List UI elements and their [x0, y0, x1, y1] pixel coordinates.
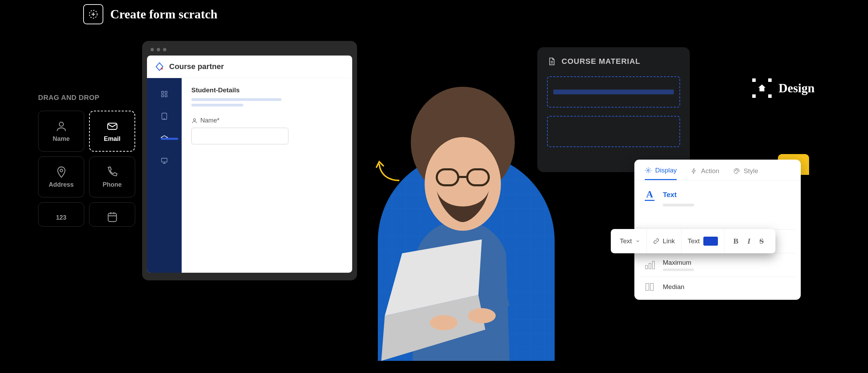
tab-style[interactable]: Style — [733, 167, 758, 180]
rail-present[interactable] — [147, 151, 182, 170]
name-input[interactable] — [191, 128, 288, 144]
svg-point-1 — [59, 122, 63, 126]
drag-item-date[interactable] — [89, 202, 135, 227]
stat-maximum[interactable]: Maximum — [640, 253, 795, 277]
text-toolbar: Text Link Text B I S — [611, 229, 775, 253]
drag-drop-title: DRAG AND DROP — [38, 94, 135, 102]
create-scratch-label: Create form scratch — [110, 7, 217, 22]
phone-icon — [106, 166, 119, 178]
design-label: Design — [779, 81, 815, 95]
svg-rect-27 — [649, 263, 651, 269]
text-type-icon: A — [645, 189, 654, 201]
create-scratch-icon[interactable] — [83, 4, 103, 24]
drag-item-phone[interactable]: Phone — [89, 156, 135, 197]
gear-icon — [645, 167, 652, 174]
link-button[interactable]: Link — [647, 229, 682, 253]
svg-point-17 — [430, 315, 458, 330]
side-rail — [147, 78, 182, 273]
svg-rect-30 — [650, 283, 653, 290]
svg-rect-7 — [165, 91, 167, 93]
form-title: Student-Details — [191, 86, 342, 94]
app-logo-icon — [155, 62, 164, 71]
window-dots — [150, 48, 352, 51]
svg-point-19 — [648, 170, 649, 171]
link-icon — [653, 238, 659, 244]
placeholder-line — [663, 204, 694, 206]
material-title: COURSE MATERIAL — [562, 57, 640, 66]
home-icon — [757, 83, 767, 93]
svg-point-18 — [468, 308, 496, 323]
svg-point-21 — [736, 169, 737, 170]
chevron-down-icon — [635, 239, 640, 244]
color-swatch[interactable] — [703, 237, 718, 246]
svg-rect-28 — [652, 261, 654, 269]
svg-point-3 — [60, 169, 63, 172]
svg-rect-29 — [646, 283, 649, 290]
svg-rect-11 — [162, 158, 167, 162]
italic-button[interactable]: I — [745, 237, 753, 246]
drag-item-email[interactable]: Email — [89, 111, 135, 152]
pin-icon — [55, 166, 68, 178]
bar-chart-icon — [645, 261, 655, 270]
drag-item-name[interactable]: Name — [38, 111, 84, 152]
svg-rect-8 — [162, 95, 164, 97]
placeholder-line — [191, 104, 243, 107]
mail-icon — [106, 120, 119, 133]
form-builder-window: Course partner Student-Details Name* — [142, 41, 357, 280]
svg-rect-4 — [108, 213, 116, 222]
svg-point-22 — [737, 170, 738, 171]
columns-icon — [645, 282, 655, 291]
svg-rect-6 — [162, 91, 164, 93]
calendar-icon — [106, 211, 119, 223]
svg-rect-9 — [165, 95, 167, 97]
svg-point-12 — [193, 119, 196, 121]
bold-button[interactable]: B — [731, 237, 741, 246]
rail-apps[interactable] — [147, 84, 182, 104]
builder-header: Course partner — [147, 56, 352, 78]
strike-button[interactable]: S — [757, 237, 766, 246]
stat-median[interactable]: Median — [640, 277, 795, 297]
person-icon — [191, 118, 198, 124]
placeholder-line — [191, 98, 281, 101]
text-color[interactable]: Text — [682, 229, 724, 253]
rail-tablet[interactable] — [147, 107, 182, 126]
text-heading: Text — [663, 191, 677, 199]
tab-display[interactable]: Display — [645, 167, 677, 180]
palette-icon — [733, 168, 740, 175]
field-label-name: Name* — [191, 117, 342, 124]
svg-point-5 — [161, 68, 163, 70]
rail-education[interactable] — [147, 129, 182, 148]
lightning-icon — [691, 168, 697, 175]
material-dropzone-empty[interactable] — [547, 116, 680, 147]
tab-action[interactable]: Action — [691, 167, 719, 180]
builder-title: Course partner — [169, 62, 224, 71]
font-dropdown[interactable]: Text — [614, 229, 647, 253]
design-icon[interactable] — [752, 78, 772, 98]
svg-rect-26 — [645, 265, 648, 269]
person-icon — [55, 120, 68, 133]
drag-item-address[interactable]: Address — [38, 156, 84, 197]
drag-item-number[interactable]: 123 — [38, 202, 84, 227]
svg-point-20 — [735, 170, 736, 171]
drag-drop-panel: DRAG AND DROP Name Email Address Phone 1… — [38, 94, 135, 227]
course-material-panel: COURSE MATERIAL — [537, 47, 690, 172]
document-icon — [547, 57, 556, 66]
svg-rect-2 — [107, 123, 117, 129]
material-dropzone-filled[interactable] — [547, 76, 680, 108]
